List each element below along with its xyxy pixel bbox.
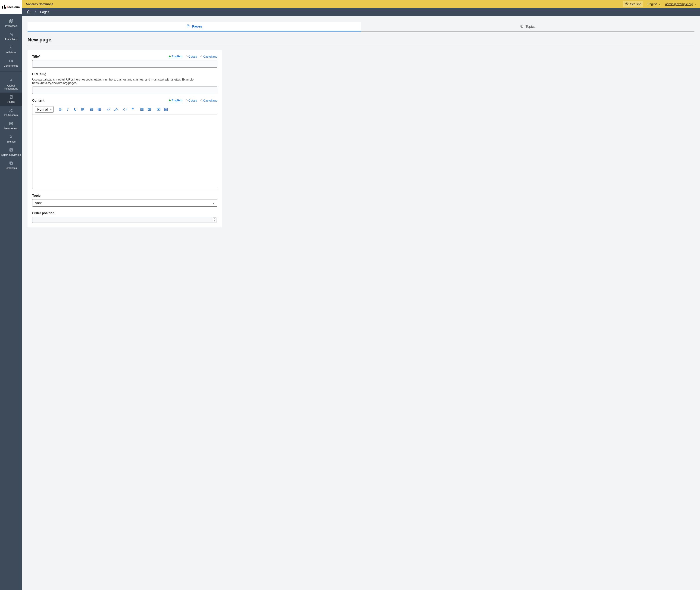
sidebar-item-label: Newsletters: [4, 127, 18, 130]
see-site-link[interactable]: See site: [623, 1, 643, 7]
lang-tab-castellano[interactable]: Castellano: [200, 55, 217, 58]
status-dot-icon: [186, 99, 187, 101]
sidebar-item-global-moderations[interactable]: Global moderations: [0, 76, 22, 93]
lang-tab-english[interactable]: English: [169, 55, 182, 58]
language-selector[interactable]: English ⌄: [647, 2, 661, 6]
sidebar-item-newsletters[interactable]: Newsletters: [0, 119, 22, 132]
sidebar-item-label: Processes: [5, 24, 17, 27]
order-position-input[interactable]: [32, 217, 217, 223]
see-site-label: See site: [630, 2, 641, 6]
underline-button[interactable]: U: [73, 107, 78, 112]
svg-point-11: [98, 109, 98, 110]
image-button[interactable]: [163, 107, 169, 112]
sidebar-item-pages[interactable]: Pages: [0, 93, 22, 106]
strikethrough-button[interactable]: [80, 107, 85, 112]
sidebar-item-conferences[interactable]: Conferences: [0, 57, 22, 70]
svg-point-12: [98, 110, 98, 111]
bulb-icon: [9, 45, 13, 50]
code-button[interactable]: [123, 107, 128, 112]
lang-tab-castellano[interactable]: Castellano: [200, 99, 217, 102]
number-stepper[interactable]: ▲ ▼: [213, 217, 216, 222]
tab-pages[interactable]: Pages: [27, 22, 361, 31]
status-dot-icon: [169, 99, 171, 101]
unordered-list-button[interactable]: [97, 107, 102, 112]
svg-rect-6: [10, 163, 12, 165]
status-dot-icon: [169, 56, 171, 58]
list-icon: [9, 148, 13, 152]
tools-icon: [9, 135, 13, 139]
sidebar-item-processes[interactable]: Processes: [0, 17, 22, 30]
form-panel: Title* English Català Castellano URL slu…: [27, 50, 222, 227]
stepper-down-icon[interactable]: ▼: [213, 220, 216, 222]
sidebar-item-label: Admin activity log: [1, 154, 21, 157]
sidebar-item-assemblies[interactable]: Assemblies: [0, 30, 22, 43]
url-slug-label: URL slug: [32, 72, 46, 76]
people-icon: [9, 108, 13, 112]
building-icon: [9, 32, 13, 36]
topbar: Annares Commons See site English ⌄ admin…: [22, 0, 700, 8]
svg-rect-0: [9, 60, 12, 62]
divider: [27, 45, 694, 45]
eye-icon: [625, 2, 629, 6]
map-icon: [9, 19, 13, 23]
language-tabs: English Català Castellano: [169, 99, 217, 102]
sidebar-item-admin-activity-log[interactable]: Admin activity log: [0, 145, 22, 159]
svg-point-3: [11, 109, 12, 110]
ordered-list-button[interactable]: [89, 107, 94, 112]
breadcrumb-separator: /: [35, 10, 36, 14]
editor-toolbar: Normal B I U: [32, 104, 217, 115]
svg-point-10: [98, 108, 98, 108]
video-embed-button[interactable]: [156, 107, 161, 112]
topic-select[interactable]: None: [32, 199, 217, 207]
sidebar-item-participants[interactable]: Participants: [0, 106, 22, 119]
topic-label: Topic: [32, 194, 40, 197]
indent-button[interactable]: [147, 107, 152, 112]
chevron-down-icon: ⌄: [694, 3, 696, 5]
quote-button[interactable]: ❝: [130, 107, 135, 112]
svg-rect-4: [9, 122, 13, 125]
lang-tab-catala[interactable]: Català: [186, 55, 197, 58]
editor-body[interactable]: [32, 115, 217, 189]
home-icon[interactable]: [27, 10, 31, 15]
format-select[interactable]: Normal: [35, 106, 54, 113]
language-label: English: [647, 2, 658, 6]
sidebar-item-settings[interactable]: Settings: [0, 132, 22, 145]
bold-button[interactable]: B: [58, 107, 63, 112]
pages-icon: [9, 95, 13, 99]
sidebar-item-templates[interactable]: Templates: [0, 159, 22, 172]
sidebar-item-initiatives[interactable]: Initiatives: [0, 43, 22, 56]
user-menu[interactable]: admin@example.org ⌄: [665, 2, 696, 6]
svg-point-7: [626, 3, 627, 4]
video-icon: [9, 59, 13, 63]
logo[interactable]: • decidim: [0, 0, 22, 14]
lang-tab-english[interactable]: English: [169, 99, 182, 102]
mail-icon: [9, 121, 13, 126]
title-input[interactable]: [32, 60, 217, 68]
lang-tab-catala[interactable]: Català: [186, 99, 197, 102]
tabs: Pages Topics: [27, 22, 694, 32]
italic-button[interactable]: I: [65, 107, 70, 112]
sidebar-item-label: Conferences: [4, 64, 18, 67]
link-button[interactable]: [106, 107, 111, 112]
outdent-button[interactable]: [139, 107, 145, 112]
url-slug-input[interactable]: [32, 87, 217, 94]
sidebar-item-label: Assemblies: [4, 38, 17, 41]
topics-icon: [520, 24, 524, 29]
url-slug-help: Use partial paths, not full URLs here. A…: [32, 78, 217, 85]
tab-topics[interactable]: Topics: [361, 22, 695, 31]
page-title: New page: [27, 37, 694, 43]
stepper-up-icon[interactable]: ▲: [213, 218, 216, 220]
title-label: Title*: [32, 55, 40, 58]
status-dot-icon: [186, 56, 187, 58]
sidebar-item-label: Settings: [6, 140, 16, 143]
tab-label: Topics: [525, 24, 535, 28]
breadcrumb: / Pages: [22, 8, 700, 16]
user-email: admin@example.org: [665, 2, 693, 6]
chevron-down-icon: ⌄: [659, 3, 661, 5]
org-name: Annares Commons: [26, 2, 53, 6]
sidebar-item-label: Pages: [7, 100, 15, 103]
order-position-label: Order position: [32, 211, 55, 215]
erase-button[interactable]: [113, 107, 118, 112]
breadcrumb-current: Pages: [40, 10, 49, 14]
content-editor: Normal B I U: [32, 104, 217, 189]
